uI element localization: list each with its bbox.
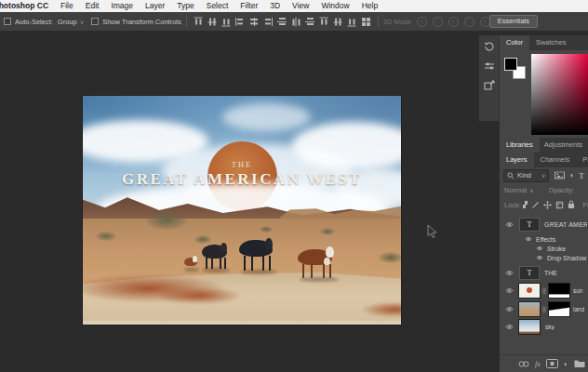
add-layer-mask-icon[interactable] (546, 359, 558, 368)
layer-thumbnail-sun[interactable] (518, 283, 541, 299)
visibility-eye-icon[interactable] (536, 255, 543, 260)
3d-roll-icon (433, 17, 443, 27)
align-vertical-centers-icon[interactable] (208, 17, 217, 26)
cow-dark-center (239, 238, 276, 275)
distribute-left-edges-icon[interactable] (320, 17, 328, 26)
menu-type[interactable]: Type (177, 0, 194, 12)
tab-layers[interactable]: Layers (500, 153, 534, 167)
workspace-switcher-button[interactable]: Essentials (489, 15, 538, 28)
lock-transparency-icon[interactable] (523, 201, 527, 208)
layer-thumbnail-landscape[interactable] (518, 301, 541, 317)
align-top-edges-icon[interactable] (194, 17, 203, 26)
align-right-edges-icon[interactable] (263, 18, 273, 26)
menu-layer[interactable]: Layer (145, 0, 165, 12)
mask-link-icon[interactable] (541, 305, 547, 314)
visibility-eye-icon[interactable] (505, 324, 514, 330)
3d-pan-icon (448, 17, 459, 27)
text-layer-thumbnail[interactable]: T (519, 218, 540, 232)
artwork-subtitle: THE (83, 160, 401, 169)
layer-name[interactable]: landscape (573, 306, 584, 312)
menu-select[interactable]: Select (207, 0, 229, 12)
effect-row-stroke[interactable]: Stroke (500, 244, 588, 253)
fill-label: Fill: (582, 201, 588, 209)
layer-row-the[interactable]: T THE (500, 265, 588, 281)
foreground-color-swatch[interactable] (504, 58, 517, 71)
new-group-icon[interactable] (574, 359, 585, 368)
tab-channels[interactable]: Channels (534, 153, 577, 167)
properties-panel-icon[interactable] (484, 60, 495, 72)
lock-position-icon[interactable] (543, 201, 552, 209)
photo-bottom-edge (83, 321, 401, 325)
menu-3d[interactable]: 3D (270, 0, 280, 12)
layer-row-sky[interactable]: sky (500, 318, 588, 335)
new-adjustment-layer-icon[interactable]: ◐ (564, 360, 568, 368)
layer-thumbnail-sky[interactable] (518, 319, 541, 335)
calf (184, 256, 199, 271)
menu-file[interactable]: File (60, 0, 74, 12)
lock-artboard-icon[interactable] (555, 201, 564, 209)
lock-pixels-brush-icon[interactable] (531, 201, 540, 209)
chevron-down-icon: ∨ (529, 187, 533, 193)
filter-type-layers-icon[interactable]: T (579, 171, 584, 180)
visibility-eye-icon[interactable] (536, 246, 543, 251)
align-bottom-edges-icon[interactable] (222, 17, 231, 26)
menu-view[interactable]: View (292, 0, 309, 12)
layer-mask-thumbnail[interactable] (548, 301, 570, 317)
visibility-eye-icon[interactable] (505, 306, 514, 312)
distribute-right-edges-icon[interactable] (348, 17, 356, 26)
layer-style-fx-icon[interactable]: fx (535, 360, 541, 368)
effect-row-drop-shadow[interactable]: Drop Shadow (500, 253, 588, 262)
layer-name[interactable]: GREAT AMERICAN WEST (544, 221, 587, 228)
auto-select-checkbox[interactable] (4, 18, 11, 25)
visibility-eye-icon[interactable] (505, 270, 514, 276)
tab-adjustments[interactable]: Adjustments (540, 138, 587, 153)
link-layers-icon[interactable] (518, 360, 529, 368)
layer-row-sun[interactable]: sun (500, 282, 588, 299)
search-icon (507, 172, 514, 179)
document-canvas[interactable]: THE GREAT AMERICAN WEST (83, 96, 401, 325)
visibility-eye-icon[interactable] (525, 236, 532, 242)
layer-name[interactable]: sky (545, 324, 582, 330)
distribute-horizontal-centers-icon[interactable] (334, 17, 342, 26)
menu-image[interactable]: Image (111, 0, 133, 12)
photoshop-window: { "menu_bar": { "app_name": "Photoshop C… (0, 0, 588, 372)
distribute-top-edges-icon[interactable] (277, 18, 287, 26)
tab-color[interactable]: Color (500, 35, 529, 50)
foreground-background-swatches[interactable] (504, 58, 527, 80)
menu-filter[interactable]: Filter (240, 0, 258, 12)
mask-link-icon[interactable] (541, 286, 547, 296)
layer-mask-thumbnail[interactable] (548, 283, 570, 299)
lock-row: Lock: Fill: (500, 197, 588, 212)
effects-header-row[interactable]: Effects (500, 234, 588, 244)
filter-kind-dropdown[interactable]: Kind ∨ (503, 169, 549, 182)
distribute-vertical-centers-icon[interactable] (292, 17, 301, 26)
align-left-edges-icon[interactable] (235, 18, 245, 26)
layer-name[interactable]: THE (544, 270, 587, 276)
artwork-title: GREAT AMERICAN WEST (83, 170, 401, 189)
menu-edit[interactable]: Edit (86, 0, 100, 12)
align-horizontal-centers-icon[interactable] (249, 18, 259, 26)
tab-swatches[interactable]: Swatches (529, 35, 573, 50)
layer-row-great-american-west[interactable]: T GREAT AMERICAN WEST (500, 217, 588, 232)
menu-window[interactable]: Window (321, 0, 349, 12)
layer-name[interactable]: sun (573, 287, 584, 294)
text-layer-thumbnail[interactable]: T (519, 266, 540, 280)
color-picker-field[interactable] (531, 54, 588, 135)
visibility-eye-icon[interactable] (505, 221, 514, 228)
distribute-bottom-edges-icon[interactable] (305, 18, 314, 26)
show-transform-checkbox[interactable] (91, 18, 99, 25)
lock-all-icon[interactable] (568, 200, 575, 209)
auto-select-dropdown[interactable]: Group∨ (58, 18, 84, 26)
blend-mode-dropdown[interactable]: Normal (504, 186, 527, 194)
transform-panel-icon[interactable] (484, 80, 495, 91)
layer-row-landscape[interactable]: landscape (500, 300, 588, 318)
filter-pixel-layers-icon[interactable] (555, 171, 565, 179)
visibility-eye-icon[interactable] (505, 287, 514, 294)
tab-paths[interactable]: Paths (576, 153, 588, 167)
distribute-spacing-icon[interactable] (362, 18, 370, 26)
filter-adjustment-layers-icon[interactable]: ◐ (569, 171, 574, 179)
3d-orbit-icon (417, 17, 427, 27)
history-panel-icon[interactable] (484, 41, 495, 52)
menu-help[interactable]: Help (362, 0, 378, 12)
tab-libraries[interactable]: Libraries (500, 138, 540, 153)
